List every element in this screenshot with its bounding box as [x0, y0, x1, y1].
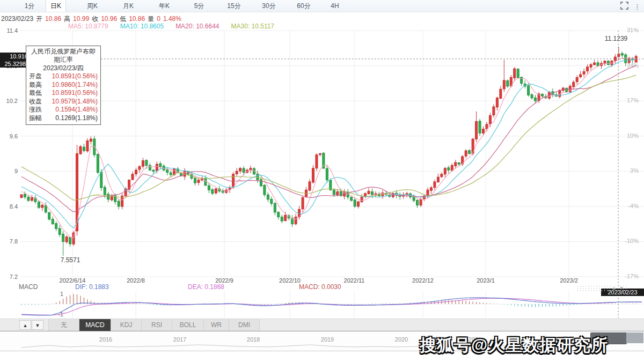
macd-header-item: MACD: 0.0030: [299, 283, 341, 291]
macd-histogram: [21, 294, 636, 307]
svg-text:10.2: 10.2: [6, 98, 18, 104]
tooltip-row: 收盘10.9579(1.48%): [29, 98, 98, 106]
macd-header-item: MACD: [19, 283, 38, 291]
watermark-text: 搜狐号@火星数据研究所: [420, 334, 608, 355]
svg-text:-10%: -10%: [625, 238, 639, 244]
mini-zoom-control[interactable]: ▲ ▼: [576, 285, 627, 292]
indicator-tabbar: ▲ ▼ 无MACDKDJRSIBOLLWRDMI: [0, 319, 644, 331]
macd-header-item: DIF: 0.1883: [75, 283, 109, 291]
svg-text:31%: 31%: [627, 27, 639, 33]
svg-text:7.8: 7.8: [10, 238, 18, 245]
tooltip-title: 人民币兑俄罗斯卢布即期汇率: [29, 48, 98, 64]
candle-tooltip: 人民币兑俄罗斯卢布即期汇率 2023/02/23/四 开盘10.8591(0.5…: [26, 46, 101, 125]
svg-text:11.4: 11.4: [6, 27, 18, 34]
overview-year-2020: 2020: [395, 336, 408, 343]
zoom-up-icon[interactable]: ▲: [612, 286, 616, 291]
indicator-tab-WR[interactable]: WR: [204, 319, 229, 331]
indicator-tab-BOLL[interactable]: BOLL: [172, 319, 204, 331]
indicator-tab-RSI[interactable]: RSI: [142, 319, 172, 331]
svg-text:2022/10: 2022/10: [279, 277, 301, 284]
tooltip-date: 2023/02/23/四: [29, 64, 98, 72]
svg-text:17%: 17%: [627, 97, 639, 103]
indicator-tab-无[interactable]: 无: [48, 319, 79, 331]
overview-year-2019: 2019: [321, 336, 334, 343]
svg-text:3%: 3%: [630, 167, 639, 174]
tooltip-row: 最低10.8591(0.56%): [29, 89, 98, 98]
svg-text:2022/12: 2022/12: [412, 277, 434, 284]
svg-text:1: 1: [60, 291, 63, 297]
scrollbar-stub: [626, 332, 643, 343]
tooltip-row: 最高10.9860(1.74%): [29, 81, 98, 90]
svg-text:-4%: -4%: [628, 203, 639, 209]
zoom-down-icon[interactable]: ▼: [619, 286, 624, 291]
svg-text:10%: 10%: [627, 132, 639, 139]
ma-lines: [21, 57, 636, 238]
svg-text:9.6: 9.6: [10, 133, 18, 139]
pane-down-button[interactable]: ▼: [32, 320, 43, 330]
svg-text:11.1239: 11.1239: [605, 35, 628, 42]
candles-layer: [20, 47, 637, 256]
macd-lines: [21, 298, 642, 315]
svg-text:9: 9: [14, 168, 18, 174]
overview-year-2017: 2017: [173, 336, 186, 343]
extreme-labels: 11.12397.5571: [61, 35, 628, 264]
pane-up-button[interactable]: ▲: [19, 320, 31, 330]
svg-text:7.5571: 7.5571: [61, 256, 80, 264]
svg-text:8.4: 8.4: [10, 203, 18, 210]
overview-year-2018: 2018: [247, 336, 260, 343]
indicator-tab-DMI[interactable]: DMI: [229, 319, 260, 331]
svg-text:2022/8: 2022/8: [127, 277, 145, 284]
svg-text:2023/2: 2023/2: [560, 277, 578, 284]
tooltip-row: 开盘10.8591(0.56%): [29, 72, 98, 81]
chart-app: ⋮ 1分日K周K月K年K5分15分30分60分4H 2023/02/23开10.…: [0, 0, 644, 355]
tooltip-row: 涨跌0.1594(1.48%): [29, 106, 98, 114]
indicator-tab-KDJ[interactable]: KDJ: [111, 319, 142, 331]
macd-header-item: DEA: 0.1868: [188, 283, 224, 291]
indicator-tab-MACD[interactable]: MACD: [79, 319, 111, 331]
svg-text:2023/1: 2023/1: [477, 277, 495, 284]
svg-text:-17%: -17%: [625, 273, 639, 279]
crosshair: [20, 31, 644, 318]
tooltip-row: 振幅0.1269(1.18%): [29, 114, 98, 123]
overview-year-2016: 2016: [99, 336, 112, 343]
svg-text:2022/11: 2022/11: [344, 277, 365, 284]
grid-layer: [20, 31, 644, 318]
svg-text:7.2: 7.2: [10, 273, 18, 280]
